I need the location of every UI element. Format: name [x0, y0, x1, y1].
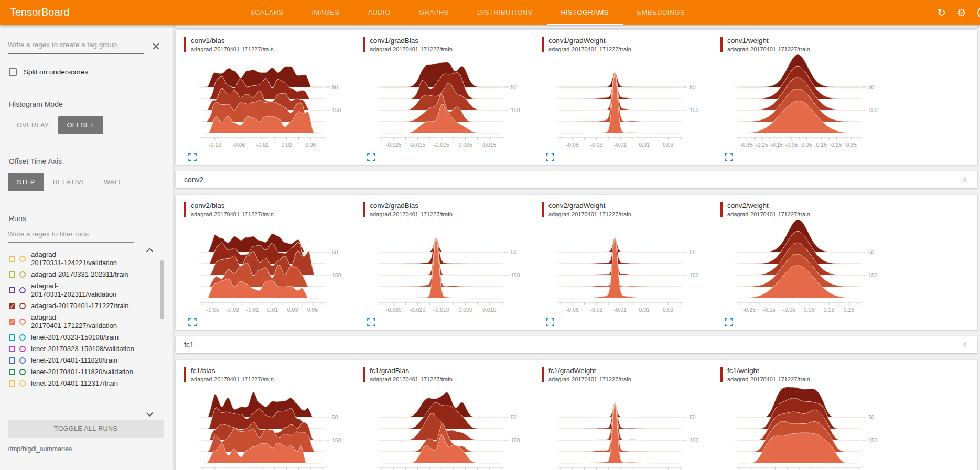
run-row[interactable]: lenet-20170323-150108/train	[8, 333, 173, 342]
run-radio[interactable]	[19, 271, 26, 278]
tab-audio[interactable]: AUDIO	[353, 0, 404, 25]
histogram-chart: 50150	[369, 385, 529, 470]
run-row[interactable]: lenet-20170401-111820/train	[8, 356, 173, 365]
run-radio[interactable]	[19, 357, 26, 364]
split-underscores-checkbox[interactable]	[9, 68, 17, 76]
svg-text:50: 50	[690, 84, 696, 90]
expand-icon[interactable]	[725, 153, 733, 161]
run-radio[interactable]	[19, 380, 26, 387]
group-header-fc1[interactable]: fc14	[176, 336, 977, 353]
run-radio[interactable]	[19, 369, 26, 375]
run-row[interactable]: adagrad-20170331-202311/train	[8, 270, 173, 279]
expand-icon[interactable]	[367, 318, 375, 326]
svg-text:0.03: 0.03	[287, 307, 298, 313]
expand-icon[interactable]	[546, 153, 554, 161]
svg-text:0.000: 0.000	[458, 307, 472, 313]
svg-text:-0.10: -0.10	[209, 141, 221, 148]
expand-icon[interactable]	[725, 318, 733, 326]
run-row[interactable]: lenet-20170401-112317/train	[8, 379, 173, 388]
runs-scrollbar-thumb[interactable]	[160, 260, 164, 319]
svg-text:0.05: 0.05	[804, 307, 815, 313]
run-row[interactable]: ✓adagrad-20170401-171227/validation	[8, 313, 173, 330]
group-header-conv2[interactable]: conv24	[176, 171, 977, 188]
card-titles: conv1/gradBiasadagrad-20170401-171227/tr…	[370, 37, 453, 52]
run-radio[interactable]	[19, 319, 26, 325]
svg-text:0.35: 0.35	[846, 141, 857, 148]
expand-icon[interactable]	[188, 318, 197, 326]
tab-distributions[interactable]: DISTRIBUTIONS	[463, 0, 547, 25]
svg-text:-0.25: -0.25	[756, 141, 768, 148]
tab-scalars[interactable]: SCALARS	[236, 0, 298, 25]
card-header: conv2/gradWeightadagrad-20170401-171227/…	[542, 202, 720, 217]
run-row[interactable]: adagrad-20170331-202311/validation	[8, 282, 173, 299]
run-radio[interactable]	[19, 287, 26, 293]
histogram-mode-offset[interactable]: OFFSET	[58, 116, 103, 134]
histogram-chart: 50150-0.35-0.25-0.15-0.050.050.150.250.3…	[727, 54, 887, 150]
histogram-chart: 50150-0.05-0.03-0.010.010.03	[548, 220, 708, 315]
toggle-all-runs-button[interactable]: TOGGLE ALL RUNS	[8, 420, 164, 438]
run-radio[interactable]	[19, 346, 26, 352]
tab-embeddings[interactable]: EMBEDDINGS	[623, 0, 699, 25]
run-radio[interactable]	[19, 256, 26, 262]
run-radio[interactable]	[19, 334, 26, 341]
run-radio[interactable]	[19, 303, 26, 309]
scroll-down-icon[interactable]	[146, 410, 153, 417]
run-row[interactable]: lenet-20170323-150108/validation	[8, 345, 173, 353]
svg-text:-0.25: -0.25	[743, 307, 756, 313]
refresh-icon[interactable]: ↻	[937, 7, 946, 18]
time-axis-wall[interactable]: WALL	[95, 173, 132, 191]
svg-text:150: 150	[690, 437, 699, 443]
card-tag-title: conv2/gradWeight	[548, 202, 631, 210]
time-axis-relative[interactable]: RELATIVE	[44, 173, 95, 191]
card-tag-title: conv1/gradWeight	[548, 37, 631, 45]
settings-icon[interactable]: ⚙	[957, 7, 966, 18]
svg-text:150: 150	[332, 437, 341, 443]
run-checkbox[interactable]	[9, 256, 15, 262]
run-row[interactable]: ✓adagrad-20170401-171227/train	[8, 302, 173, 310]
expand-icon[interactable]	[367, 153, 375, 161]
svg-text:150: 150	[511, 107, 520, 113]
run-row[interactable]: lenet-20170401-111820/validation	[8, 368, 173, 376]
run-checkbox[interactable]: ✓	[9, 319, 15, 325]
histogram-card: fc1/weightadagrad-20170401-171227/train5…	[720, 367, 899, 470]
run-checkbox[interactable]	[9, 357, 15, 364]
histogram-card: conv1/gradWeightadagrad-20170401-171227/…	[542, 37, 720, 161]
run-checkbox[interactable]: ✓	[9, 303, 15, 309]
run-checkbox[interactable]	[9, 334, 15, 341]
svg-text:150: 150	[868, 107, 878, 113]
close-icon[interactable]: ✕	[150, 40, 161, 54]
run-checkbox[interactable]	[9, 380, 15, 387]
run-checkbox[interactable]	[9, 271, 15, 278]
svg-text:-0.05: -0.05	[207, 307, 219, 313]
histogram-mode-overlay[interactable]: OVERLAY	[8, 116, 58, 134]
runs-filter-input[interactable]: Write a regex to filter runs	[8, 229, 134, 243]
tab-histograms[interactable]: HISTOGRAMS	[547, 0, 623, 25]
histogram-card: conv1/gradBiasadagrad-20170401-171227/tr…	[363, 37, 542, 161]
run-label: adagrad-20170401-171227/train	[31, 302, 129, 310]
svg-text:-0.03: -0.03	[227, 307, 239, 313]
svg-text:0.01: 0.01	[639, 307, 650, 313]
help-icon[interactable]: ?	[977, 7, 980, 18]
svg-text:0.01: 0.01	[267, 307, 278, 313]
expand-icon[interactable]	[188, 153, 197, 161]
tag-regex-input[interactable]: Write a regex to create a tag group	[8, 34, 144, 54]
card-run-name: adagrad-20170401-171227/train	[191, 46, 274, 52]
svg-text:50: 50	[511, 249, 517, 255]
card-titles: conv1/gradWeightadagrad-20170401-171227/…	[548, 37, 631, 52]
run-checkbox[interactable]	[9, 346, 15, 352]
svg-text:-0.005: -0.005	[434, 141, 449, 148]
tab-graphs[interactable]: GRAPHS	[405, 0, 463, 25]
svg-text:-0.01: -0.01	[614, 307, 627, 313]
svg-text:-0.05: -0.05	[566, 141, 579, 148]
run-checkbox[interactable]	[9, 287, 15, 293]
expand-icon[interactable]	[546, 318, 554, 326]
time-axis-step[interactable]: STEP	[8, 173, 44, 191]
histogram-card: conv2/biasadagrad-20170401-171227/train5…	[184, 202, 363, 326]
svg-text:-0.01: -0.01	[614, 141, 627, 148]
tab-images[interactable]: IMAGES	[298, 0, 354, 25]
run-label: adagrad-20170331-202311/train	[31, 270, 128, 279]
group-panel: fc1/biasadagrad-20170401-171227/train501…	[176, 360, 977, 470]
run-label: lenet-20170323-150108/validation	[31, 345, 134, 353]
run-checkbox[interactable]	[9, 369, 15, 375]
svg-text:0.05: 0.05	[307, 307, 318, 313]
